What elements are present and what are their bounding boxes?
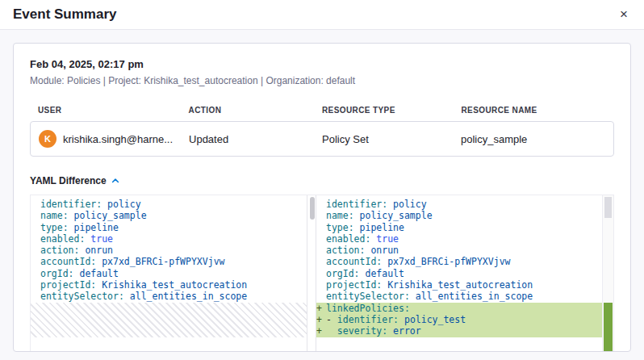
close-icon[interactable]: ×: [617, 6, 631, 23]
diff-line-added: + severity: error: [316, 325, 602, 337]
diff-line-margin: [31, 210, 40, 221]
right-scrollbar-thumb[interactable]: [604, 197, 612, 218]
diff-line: name: policy_sample: [316, 210, 602, 221]
diff-pane-right[interactable]: identifier: policy name: policy_sample t…: [316, 195, 602, 352]
diff-line-margin: [316, 233, 326, 245]
modal-header: Event Summary ×: [0, 0, 644, 30]
diff-filler-hatched: [31, 303, 307, 337]
event-card: Feb 04, 2025, 02:17 pm Module: Policies …: [13, 43, 631, 352]
yaml-difference-label: YAML Difference: [30, 175, 107, 186]
diff-line-margin: [316, 199, 326, 210]
diff-line-margin: [316, 222, 326, 233]
avatar: K: [39, 130, 56, 148]
diff-line-margin: [31, 222, 40, 233]
diff-line: type: pipeline: [316, 222, 602, 233]
table-row: K krishika.singh@harne... Updated Policy…: [30, 121, 614, 157]
diff-line-margin: [31, 199, 40, 210]
diff-line: accountId: px7xd_BFRCi-pfWPYXVjvw: [31, 256, 307, 267]
diff-line-margin: [316, 268, 326, 279]
diff-gutter: [307, 195, 316, 352]
diff-line: orgId: default: [316, 268, 602, 279]
diff-pane-left[interactable]: identifier: policy name: policy_sample t…: [31, 195, 307, 352]
diff-line-margin: +: [316, 314, 326, 325]
diff-line-margin: [31, 256, 40, 267]
diff-line-margin: +: [316, 303, 326, 314]
diff-line-margin: [316, 210, 326, 221]
event-meta: Module: Policies | Project: Krishika_tes…: [30, 75, 614, 86]
diff-line: projectId: Krishika_test_autocreation: [31, 279, 307, 291]
diff-line: action: onrun: [31, 245, 307, 256]
diff-line-added: +linkedPolicies:: [316, 303, 602, 314]
diff-line: identifier: policy: [316, 199, 602, 210]
ruler-added-marker: [604, 303, 613, 352]
action-cell: Updated: [189, 133, 322, 145]
diff-line: identifier: policy: [31, 199, 307, 210]
diff-line-margin: [31, 291, 40, 302]
modal-body: Feb 04, 2025, 02:17 pm Module: Policies …: [0, 30, 644, 360]
diff-line: entitySelector: all_entities_in_scope: [31, 291, 307, 302]
column-header-resource-name: RESOURCE NAME: [461, 106, 606, 115]
diff-line: accountId: px7xd_BFRCi-pfWPYXVjvw: [316, 256, 602, 267]
diff-line-margin: [316, 245, 326, 256]
diff-line: projectId: Krishika_test_autocreation: [316, 279, 602, 291]
left-scrollbar-thumb[interactable]: [310, 197, 315, 220]
resource-name-cell: policy_sample: [461, 133, 605, 145]
yaml-difference-toggle[interactable]: YAML Difference: [30, 175, 120, 186]
diff-line: enabled: true: [31, 233, 307, 245]
diff-line: action: onrun: [316, 245, 602, 256]
overview-ruler: [602, 195, 613, 352]
chevron-up-icon: [111, 176, 120, 186]
diff-line-margin: [31, 279, 40, 291]
diff-line: enabled: true: [316, 233, 602, 245]
table-header-row: USER ACTION RESOURCE TYPE RESOURCE NAME: [30, 106, 614, 115]
column-header-resource-type: RESOURCE TYPE: [322, 106, 461, 115]
user-name: krishika.singh@harne...: [63, 133, 173, 145]
diff-line-margin: +: [316, 325, 326, 337]
resource-type-cell: Policy Set: [322, 133, 461, 145]
column-header-action: ACTION: [189, 106, 322, 115]
event-timestamp: Feb 04, 2025, 02:17 pm: [30, 58, 614, 70]
diff-line: type: pipeline: [31, 222, 307, 233]
diff-line: orgId: default: [31, 268, 307, 279]
column-header-user: USER: [38, 106, 189, 115]
diff-line-margin: [31, 268, 40, 279]
user-cell: K krishika.singh@harne...: [39, 130, 189, 148]
diff-line: entitySelector: all_entities_in_scope: [316, 291, 602, 302]
diff-line-margin: [31, 233, 40, 245]
diff-line-margin: [316, 291, 326, 302]
diff-line-margin: [31, 245, 40, 256]
diff-line-margin: [316, 279, 326, 291]
yaml-diff-editor: identifier: policy name: policy_sample t…: [30, 195, 614, 352]
diff-line: name: policy_sample: [31, 210, 307, 221]
page-title: Event Summary: [13, 6, 117, 23]
diff-line-margin: [316, 256, 326, 267]
diff-line-added: +- identifier: policy_test: [316, 314, 602, 325]
